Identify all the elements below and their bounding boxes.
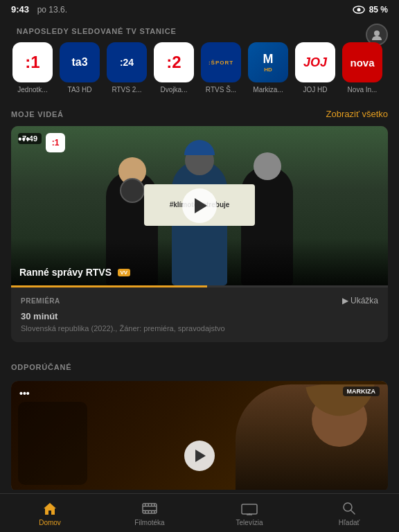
svg-rect-12 <box>148 511 150 513</box>
channel-item-joj[interactable]: JOJ JOJ HD <box>294 42 337 94</box>
channel-item-rtvssport[interactable]: :ŠPORT RTVS Š... <box>200 42 242 94</box>
channel-name-nova: Nova In... <box>348 86 378 94</box>
recommended-play-button[interactable] <box>184 441 215 471</box>
video-image: #klímotopotrebuje 7:49 ••• :1 Ranné sprá… <box>11 126 388 285</box>
svg-rect-8 <box>148 504 150 506</box>
recommended-image <box>11 381 388 490</box>
home-icon <box>42 500 58 517</box>
svg-rect-6 <box>143 510 157 511</box>
nav-label-televizia: Televízia <box>236 519 263 526</box>
recommended-video-thumbnail[interactable]: ••• MARKIZA <box>11 381 388 490</box>
nav-label-hladat: Hľadať <box>339 519 360 526</box>
my-videos-header: MOJE VIDEÁ Zobraziť všetko <box>0 99 399 126</box>
status-bar: 9:43 po 13.6. 85 % <box>0 0 399 17</box>
channel-name-ta3: TA3 HD <box>68 86 92 94</box>
channel-name-jednotka: Jednotk... <box>17 86 47 94</box>
play-button[interactable] <box>182 188 217 223</box>
video-thumbnail[interactable]: #klímotopotrebuje 7:49 ••• :1 Ranné sprá… <box>11 126 388 342</box>
ukazka-button[interactable]: ▶ Ukážka <box>342 296 378 305</box>
svg-rect-13 <box>151 511 152 513</box>
nav-label-domov: Domov <box>39 519 61 526</box>
recommended-thumbnails: ••• MARKIZA <box>0 381 399 490</box>
svg-point-1 <box>357 8 360 11</box>
svg-marker-3 <box>44 503 56 515</box>
channel-item-rtvs24[interactable]: :24 RTVS 2... <box>105 42 148 94</box>
recommended-section: ODPORÚČANÉ ••• <box>0 353 399 490</box>
channel-item-markiza[interactable]: M HD Markiza... <box>247 42 290 94</box>
channels-row: :1 Jednotk... ta3 TA3 HD :24 RTVS 2... :… <box>6 42 393 94</box>
recommended-title: ODPORÚČANÉ <box>11 363 71 371</box>
nav-item-hladat[interactable]: Hľadať <box>299 496 399 531</box>
channel-item-ta3[interactable]: ta3 TA3 HD <box>58 42 101 94</box>
video-meta: Slovenská republika (2022)., Žáner: prem… <box>21 324 378 332</box>
tv-icon <box>241 500 258 517</box>
recommended-channel-badge: MARKIZA <box>343 387 380 396</box>
nav-item-domov[interactable]: Domov <box>0 496 100 531</box>
film-icon <box>141 500 158 517</box>
channels-title: NAPOSLEDY SLEDOVANÉ TV STANICE <box>17 27 177 35</box>
search-icon <box>341 500 357 517</box>
svg-line-19 <box>351 510 355 514</box>
nav-label-filmoteka: Filmotéka <box>134 519 164 526</box>
channels-section: NAPOSLEDY SLEDOVANÉ TV STANICE :1 Jednot… <box>0 17 399 94</box>
status-time: 9:43 po 13.6. <box>11 4 67 15</box>
live-badge: VV <box>118 269 131 276</box>
svg-rect-14 <box>154 511 155 513</box>
channel-name-rtvssport: RTVS Š... <box>206 86 236 94</box>
video-dots[interactable]: ••• <box>18 133 30 145</box>
svg-rect-9 <box>151 504 152 506</box>
channel-name-rtvs24: RTVS 2... <box>112 86 141 94</box>
recommended-play-icon <box>195 450 206 462</box>
premiere-badge: PREMIÉRA <box>21 297 60 305</box>
main-content: NAPOSLEDY SLEDOVANÉ TV STANICE :1 Jednot… <box>0 17 399 490</box>
svg-rect-11 <box>145 511 146 513</box>
bottom-navigation: Domov Filmotéka <box>0 493 399 532</box>
video-channel-badge: :1 <box>46 133 65 152</box>
nav-item-filmoteka[interactable]: Filmotéka <box>100 496 200 531</box>
recommended-header: ODPORÚČANÉ <box>0 353 399 378</box>
recommended-dots[interactable]: ••• <box>19 388 30 399</box>
video-card: #klímotopotrebuje 7:49 ••• :1 Ranné sprá… <box>0 126 399 342</box>
show-all-button[interactable]: Zobraziť všetko <box>326 109 388 119</box>
my-videos-title: MOJE VIDEÁ <box>11 110 64 118</box>
svg-rect-10 <box>154 504 155 506</box>
my-videos-section: MOJE VIDEÁ Zobraziť všetko <box>0 99 399 342</box>
channel-item-jednotka[interactable]: :1 Jednotk... <box>11 42 54 94</box>
channel-item-dvojka[interactable]: :2 Dvojka... <box>152 42 195 94</box>
channel-name-markiza: Markiza... <box>253 86 283 94</box>
video-title: Ranné správy RTVS <box>19 267 112 278</box>
svg-rect-7 <box>145 504 146 506</box>
channel-name-dvojka: Dvojka... <box>161 86 188 94</box>
video-info-card: PREMIÉRA ▶ Ukážka 30 minút Slovenská rep… <box>11 287 388 342</box>
eye-icon <box>353 6 365 14</box>
channel-name-joj: JOJ HD <box>303 86 328 94</box>
nav-item-televizia[interactable]: Televízia <box>200 496 299 531</box>
svg-rect-5 <box>143 506 157 507</box>
play-triangle-icon <box>195 198 207 213</box>
channel-item-nova[interactable]: nova Nova In... <box>341 42 384 94</box>
status-right: 85 % <box>353 5 388 15</box>
svg-rect-15 <box>242 504 257 514</box>
video-duration-label: 30 minút <box>21 311 378 321</box>
channels-header: NAPOSLEDY SLEDOVANÉ TV STANICE <box>6 17 393 42</box>
